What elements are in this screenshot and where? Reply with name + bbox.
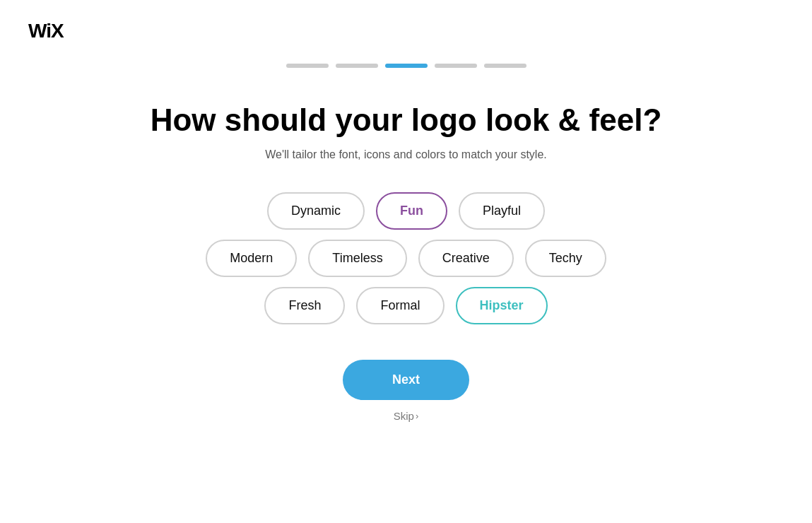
style-option-hipster[interactable]: Hipster [456,287,548,324]
page-subtitle: We'll tailor the font, icons and colors … [265,148,547,161]
progress-segment-4 [435,64,477,68]
skip-label: Skip [394,410,414,422]
style-options-grid: Dynamic Fun Playful Modern Timeless Crea… [206,192,606,324]
skip-link[interactable]: Skip › [394,410,419,422]
style-option-dynamic[interactable]: Dynamic [267,192,365,230]
style-option-playful[interactable]: Playful [459,192,545,230]
page-title: How should your logo look & feel? [151,103,662,137]
style-options-row-1: Dynamic Fun Playful [267,192,545,230]
next-button[interactable]: Next [343,360,469,400]
progress-segment-1 [286,64,329,68]
style-option-modern[interactable]: Modern [206,240,297,277]
progress-segment-3 [385,64,428,68]
style-option-creative[interactable]: Creative [418,240,514,277]
main-content: How should your logo look & feel? We'll … [0,103,812,422]
style-option-fresh[interactable]: Fresh [264,287,345,324]
progress-segment-5 [484,64,526,68]
style-option-fun[interactable]: Fun [376,192,447,230]
skip-chevron-icon: › [416,411,418,421]
wix-logo: WiX [28,20,64,42]
style-option-techy[interactable]: Techy [525,240,606,277]
style-option-formal[interactable]: Formal [356,287,444,324]
progress-bar [286,64,526,68]
style-option-timeless[interactable]: Timeless [308,240,406,277]
header: WiX [0,0,812,42]
page-wrapper: WiX How should your logo look & feel? We… [0,0,812,523]
progress-segment-2 [336,64,378,68]
style-options-row-3: Fresh Formal Hipster [264,287,547,324]
style-options-row-2: Modern Timeless Creative Techy [206,240,606,277]
